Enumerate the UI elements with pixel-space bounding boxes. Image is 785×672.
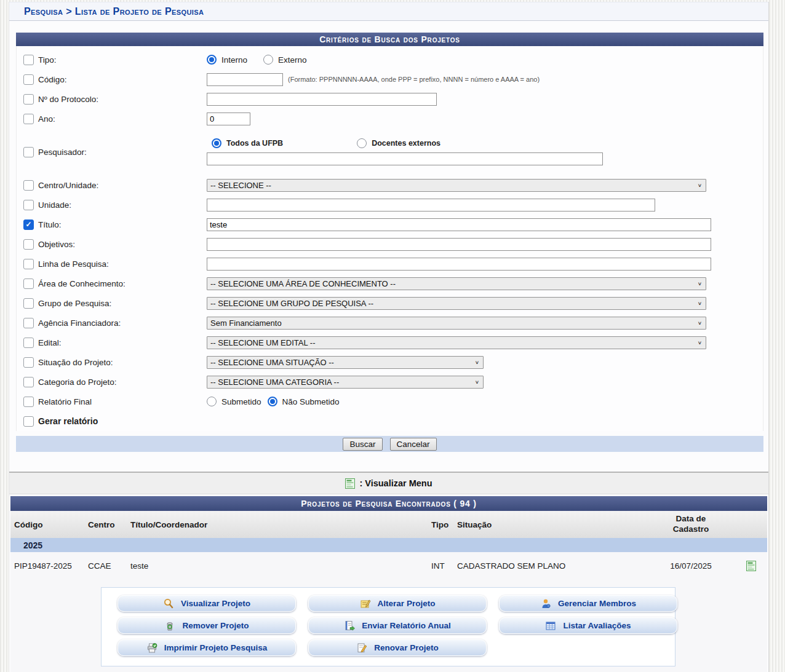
chevron-down-icon: ∨ xyxy=(698,320,702,326)
imprimir-projeto-pesquisa-button[interactable]: Imprimir Projeto Pesquisa xyxy=(118,639,296,656)
listar-avaliacoes-button[interactable]: Listar Avaliações xyxy=(499,617,677,634)
tipo-externo-radio[interactable] xyxy=(263,55,273,65)
area-conhecimento-value: -- SELECIONE UMA ÁREA DE CONHECIMENTO -- xyxy=(210,279,396,288)
agencia-financiadora-select[interactable]: Sem Financiamento ∨ xyxy=(207,317,706,330)
pesquisador-todos-ufpb-radio[interactable] xyxy=(212,138,221,148)
ano-checkbox[interactable] xyxy=(23,114,34,124)
column-titulo-coordenador: Título/Coordenador xyxy=(130,519,431,531)
pesquisador-docentes-externos-radio[interactable] xyxy=(357,138,367,148)
relatorio-submetido-radio[interactable] xyxy=(207,397,217,406)
codigo-checkbox[interactable] xyxy=(23,74,34,85)
area-conhecimento-checkbox[interactable] xyxy=(23,279,34,289)
tipo-interno-radio[interactable] xyxy=(207,55,217,65)
protocolo-label: Nº do Protocolo: xyxy=(38,95,207,104)
field-row-linha-pesquisa: Linha de Pesquisa: xyxy=(17,254,763,274)
edital-value: -- SELECIONE UM EDITAL -- xyxy=(210,338,315,347)
protocolo-input[interactable] xyxy=(207,93,437,106)
situacao-projeto-checkbox[interactable] xyxy=(23,357,34,368)
field-row-titulo: ✓ Título: xyxy=(17,215,763,234)
pesquisador-input[interactable] xyxy=(207,152,603,165)
column-data-cadastro: Data de Cadastro xyxy=(657,513,725,536)
edital-select[interactable]: -- SELECIONE UM EDITAL -- ∨ xyxy=(207,336,706,349)
column-centro: Centro xyxy=(88,519,130,531)
row-tipo: INT xyxy=(431,560,457,572)
edital-checkbox[interactable] xyxy=(23,338,34,348)
printer-icon xyxy=(146,642,157,654)
agencia-financiadora-checkbox[interactable] xyxy=(23,318,34,328)
unidade-checkbox[interactable] xyxy=(23,200,34,210)
linha-pesquisa-checkbox[interactable] xyxy=(23,259,34,269)
table-row: PIP19487-2025 CCAE teste INT CADASTRADO … xyxy=(10,552,767,580)
cancelar-button[interactable]: Cancelar xyxy=(390,438,437,451)
page-content: Pesquisa > Lista de Projeto de Pesquisa … xyxy=(9,2,769,672)
grupo-pesquisa-checkbox[interactable] xyxy=(23,298,34,309)
relatorio-final-checkbox[interactable] xyxy=(23,397,34,407)
ano-input[interactable] xyxy=(207,113,250,125)
titulo-checkbox[interactable]: ✓ xyxy=(23,219,34,230)
situacao-projeto-label: Situação do Projeto: xyxy=(38,358,207,367)
alterar-projeto-button[interactable]: Alterar Projeto xyxy=(308,595,487,612)
linha-pesquisa-input[interactable] xyxy=(207,258,711,271)
categoria-projeto-select[interactable]: -- SELECIONE UMA CATEGORIA -- ∨ xyxy=(207,376,484,389)
situacao-projeto-select[interactable]: -- SELECIONE UMA SITUAÇÃO -- ∨ xyxy=(207,356,484,369)
field-row-tipo: Tipo: Interno Externo xyxy=(17,50,763,69)
area-conhecimento-select[interactable]: -- SELECIONE UMA ÁREA DE CONHECIMENTO --… xyxy=(207,277,706,290)
pesquisador-docentes-externos-label: Docentes externos xyxy=(372,139,440,148)
visualizar-projeto-button[interactable]: Visualizar Projeto xyxy=(118,595,296,612)
row-menu-icon[interactable] xyxy=(746,561,756,571)
categoria-projeto-value: -- SELECIONE UMA CATEGORIA -- xyxy=(210,378,339,387)
ano-label: Ano: xyxy=(38,114,207,124)
centro-unidade-checkbox[interactable] xyxy=(23,180,34,191)
grupo-pesquisa-label: Grupo de Pesquisa: xyxy=(38,299,207,308)
menu-icon xyxy=(345,478,355,489)
enviar-relatorio-anual-button[interactable]: Enviar Relatório Anual xyxy=(308,617,487,634)
row-titulo: teste xyxy=(130,561,431,571)
chevron-down-icon: ∨ xyxy=(698,183,702,188)
codigo-input[interactable] xyxy=(207,73,283,86)
grupo-pesquisa-select[interactable]: -- SELECIONE UM GRUPO DE PESQUISA -- ∨ xyxy=(207,297,706,310)
protocolo-checkbox[interactable] xyxy=(23,94,34,105)
action-label: Alterar Projeto xyxy=(378,599,436,608)
gerenciar-membros-button[interactable]: Gerenciar Membros xyxy=(499,595,677,612)
objetivos-checkbox[interactable] xyxy=(23,239,34,250)
field-row-centro-unidade: Centro/Unidade: -- SELECIONE -- ∨ xyxy=(17,175,763,195)
field-row-protocolo: Nº do Protocolo: xyxy=(17,89,763,109)
results-column-headers: Código Centro Título/Coordenador Tipo Si… xyxy=(10,511,767,538)
action-label: Renovar Projeto xyxy=(374,643,438,652)
tipo-label: Tipo: xyxy=(38,55,207,65)
row-data-cadastro: 16/07/2025 xyxy=(657,560,725,572)
action-label: Enviar Relatório Anual xyxy=(362,621,450,630)
legend-bar: : Visualizar Menu xyxy=(9,472,768,494)
action-label: Listar Avaliações xyxy=(563,621,631,630)
relatorio-submetido-label: Submetido xyxy=(221,397,261,406)
centro-unidade-select[interactable]: -- SELECIONE -- ∨ xyxy=(207,179,706,192)
search-criteria-form: Critérios de Busca dos Projetos Tipo: In… xyxy=(16,33,763,452)
situacao-projeto-value: -- SELECIONE UMA SITUAÇÃO -- xyxy=(210,358,334,367)
field-row-situacao-projeto: Situação do Projeto: -- SELECIONE UMA SI… xyxy=(17,352,763,372)
renovar-projeto-button[interactable]: Renovar Projeto xyxy=(308,639,487,656)
report-send-icon xyxy=(344,620,355,631)
buscar-button[interactable]: Buscar xyxy=(343,438,382,451)
person-icon xyxy=(540,598,551,609)
field-row-grupo-pesquisa: Grupo de Pesquisa: -- SELECIONE UM GRUPO… xyxy=(17,293,763,313)
gerar-relatorio-checkbox[interactable] xyxy=(23,416,34,427)
action-label: Remover Projeto xyxy=(182,621,249,630)
remover-projeto-button[interactable]: Remover Projeto xyxy=(118,617,296,634)
titulo-input[interactable] xyxy=(207,218,711,231)
agencia-financiadora-value: Sem Financiamento xyxy=(210,318,282,328)
chevron-down-icon: ∨ xyxy=(475,360,479,365)
unidade-input[interactable] xyxy=(207,199,655,211)
objetivos-input[interactable] xyxy=(207,238,711,251)
categoria-projeto-label: Categoria do Projeto: xyxy=(38,378,207,387)
chevron-down-icon: ∨ xyxy=(698,340,702,346)
action-label: Gerenciar Membros xyxy=(558,599,636,608)
categoria-projeto-checkbox[interactable] xyxy=(23,377,34,387)
centro-unidade-value: -- SELECIONE -- xyxy=(210,181,271,190)
tipo-checkbox[interactable] xyxy=(23,55,34,65)
relatorio-nao-submetido-radio[interactable] xyxy=(268,397,277,406)
grupo-pesquisa-value: -- SELECIONE UM GRUPO DE PESQUISA -- xyxy=(210,299,373,308)
breadcrumb[interactable]: Pesquisa > Lista de Projeto de Pesquisa xyxy=(24,6,204,17)
pesquisador-checkbox[interactable] xyxy=(23,147,34,157)
trash-icon xyxy=(164,620,175,631)
chevron-down-icon: ∨ xyxy=(698,301,702,306)
